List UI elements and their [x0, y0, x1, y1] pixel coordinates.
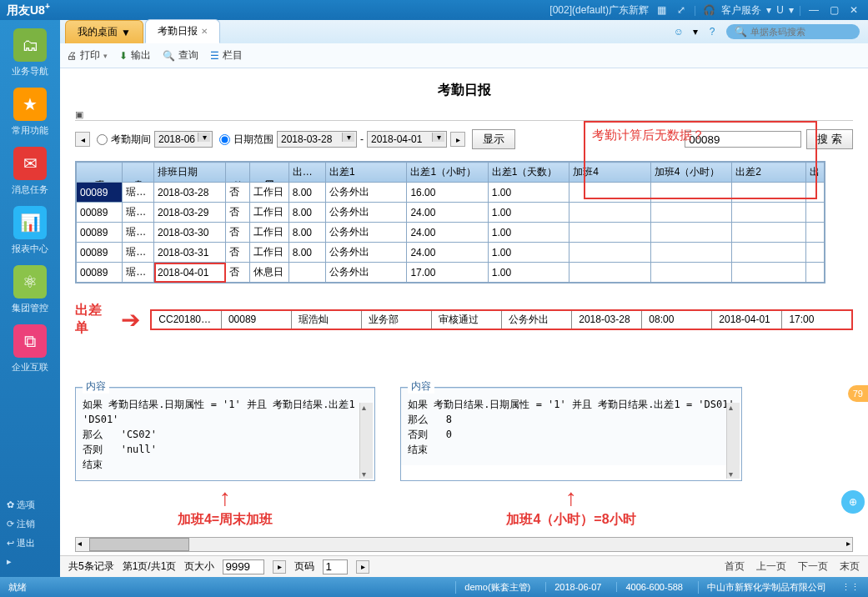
table-row[interactable]: 00089琚浩灿2018-03-29否工作日8.00公务外出24.001.00: [77, 203, 825, 223]
table-cell[interactable]: 8.00: [288, 203, 325, 223]
table-cell[interactable]: 否: [226, 223, 250, 243]
sidebar-options[interactable]: ✿ 选项: [7, 495, 53, 514]
grid-icon[interactable]: ▦: [654, 3, 669, 17]
table-cell[interactable]: [732, 263, 806, 283]
table-cell[interactable]: 17.00: [407, 263, 488, 283]
expand-icon[interactable]: ⤢: [674, 3, 689, 17]
sidebar-collapse-icon[interactable]: ▸: [7, 553, 53, 570]
table-cell[interactable]: 否: [226, 203, 250, 223]
table-cell[interactable]: 8.00: [288, 183, 325, 203]
filter-prev-icon[interactable]: ◂: [75, 132, 90, 147]
table-cell[interactable]: 00089: [77, 183, 123, 203]
sidebar-item-reports[interactable]: 📊报表中心: [5, 206, 55, 255]
pageno-input[interactable]: [323, 559, 348, 574]
table-cell[interactable]: 1.00: [488, 183, 569, 203]
scrollbar-icon[interactable]: [359, 403, 373, 479]
smiley-icon[interactable]: ☺: [671, 24, 686, 39]
pager-prev[interactable]: 上一页: [756, 559, 786, 574]
table-cell[interactable]: 琚浩灿: [123, 243, 154, 263]
table-cell[interactable]: 公务外出: [325, 223, 406, 243]
table-cell[interactable]: 24.00: [407, 223, 488, 243]
table-cell[interactable]: 8.00: [288, 223, 325, 243]
pager-next[interactable]: 下一页: [798, 559, 828, 574]
table-cell[interactable]: 24.00: [407, 243, 488, 263]
table-cell[interactable]: [805, 263, 824, 283]
table-cell[interactable]: 8.00: [288, 243, 325, 263]
maximize-icon[interactable]: ▢: [826, 3, 841, 17]
tab-attendance-daily[interactable]: 考勤日报✕: [145, 19, 220, 43]
pager-last[interactable]: 末页: [840, 559, 860, 574]
table-cell[interactable]: 琚浩灿: [123, 263, 154, 283]
filter-next-icon[interactable]: ▸: [450, 132, 465, 147]
table-cell[interactable]: 工作日: [250, 183, 289, 203]
table-cell[interactable]: 2018-03-31: [154, 243, 226, 263]
table-cell[interactable]: [732, 243, 806, 263]
table-cell[interactable]: 琚浩灿: [123, 203, 154, 223]
table-cell[interactable]: [805, 243, 824, 263]
table-cell[interactable]: 16.00: [407, 183, 488, 203]
table-cell[interactable]: 00089: [77, 223, 123, 243]
sidebar-logout[interactable]: ⟳ 注销: [7, 514, 53, 534]
u-menu[interactable]: U: [776, 4, 784, 16]
pager-first[interactable]: 首页: [725, 559, 745, 574]
table-cell[interactable]: 琚浩灿: [123, 183, 154, 203]
radio-range[interactable]: [219, 134, 230, 145]
table-cell[interactable]: 否: [226, 183, 250, 203]
table-cell[interactable]: 否: [226, 263, 250, 283]
table-cell[interactable]: 1.00: [488, 203, 569, 223]
col-shift-date[interactable]: 排班日期: [154, 163, 226, 183]
query-button[interactable]: 🔍查询: [163, 48, 198, 63]
table-cell[interactable]: [569, 243, 650, 263]
horizontal-scrollbar[interactable]: [75, 537, 853, 552]
table-cell[interactable]: 公务外出: [325, 243, 406, 263]
table-cell[interactable]: 00089: [77, 263, 123, 283]
table-cell[interactable]: 公务外出: [325, 263, 406, 283]
table-cell[interactable]: 工作日: [250, 203, 289, 223]
scrollbar-icon[interactable]: [726, 403, 740, 479]
table-cell[interactable]: 休息日: [250, 263, 289, 283]
sidebar-item-group[interactable]: ⚛集团管控: [5, 265, 55, 314]
table-cell[interactable]: 否: [226, 243, 250, 263]
table-cell[interactable]: 00089: [77, 203, 123, 223]
barcode-search-input[interactable]: [750, 27, 850, 37]
table-cell[interactable]: 2018-03-29: [154, 203, 226, 223]
table-cell[interactable]: 公务外出: [325, 183, 406, 203]
table-cell[interactable]: 00089: [77, 243, 123, 263]
float-badge[interactable]: 79: [848, 385, 868, 402]
sidebar-item-favorites[interactable]: ★常用功能: [5, 88, 55, 137]
table-cell[interactable]: 2018-03-30: [154, 223, 226, 243]
table-cell[interactable]: [569, 263, 650, 283]
table-cell[interactable]: 工作日: [250, 243, 289, 263]
pagesize-go-icon[interactable]: ▸: [273, 560, 286, 574]
table-cell[interactable]: [805, 223, 824, 243]
date-from-combo[interactable]: 2018-03-28: [277, 131, 357, 148]
table-cell[interactable]: [650, 223, 731, 243]
table-row[interactable]: 00089琚浩灿2018-03-31否工作日8.00公务外出24.001.00: [77, 243, 825, 263]
table-cell[interactable]: [805, 203, 824, 223]
table-cell[interactable]: [650, 263, 731, 283]
col-trip1-days[interactable]: 出差1（天数）: [488, 163, 569, 183]
table-cell[interactable]: [569, 223, 650, 243]
customer-service-link[interactable]: 客户服务: [721, 3, 761, 18]
table-cell[interactable]: 2018-04-01: [154, 263, 226, 283]
print-button[interactable]: 🖨打印▾: [67, 48, 108, 63]
table-cell[interactable]: [650, 243, 731, 263]
minimize-icon[interactable]: —: [806, 3, 821, 17]
col-audit[interactable]: 审核: [226, 163, 250, 183]
table-cell[interactable]: 2018-03-28: [154, 183, 226, 203]
table-cell[interactable]: 公务外出: [325, 203, 406, 223]
output-button[interactable]: ⬇输出: [119, 48, 151, 63]
table-cell[interactable]: 1.00: [488, 263, 569, 283]
table-cell[interactable]: [288, 263, 325, 283]
collapse-icon[interactable]: ▣: [75, 109, 853, 120]
table-cell[interactable]: [732, 203, 806, 223]
show-button[interactable]: 显示: [472, 129, 515, 149]
table-cell[interactable]: [650, 203, 731, 223]
remote-support-icon[interactable]: ⊕: [841, 490, 865, 514]
sidebar-item-messages[interactable]: ✉消息任务: [5, 147, 55, 196]
table-row[interactable]: 00089琚浩灿2018-03-30否工作日8.00公务外出24.001.00: [77, 223, 825, 243]
table-cell[interactable]: 1.00: [488, 223, 569, 243]
close-icon[interactable]: ✕: [846, 3, 861, 17]
period-combo[interactable]: 2018-06: [154, 131, 213, 148]
help-icon[interactable]: ?: [705, 24, 720, 39]
